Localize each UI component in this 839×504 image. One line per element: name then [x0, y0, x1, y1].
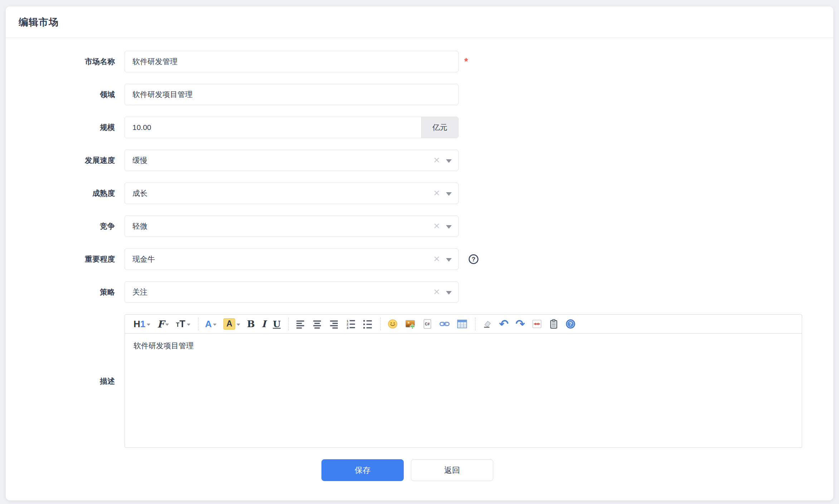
- clear-icon[interactable]: ×: [432, 249, 441, 269]
- chevron-down-icon: [446, 192, 452, 196]
- undo-glyph: ↶: [499, 318, 509, 330]
- chevron-down-icon: [446, 291, 452, 295]
- back-button[interactable]: 返回: [411, 459, 493, 481]
- font-size-small-glyph: T: [176, 322, 179, 328]
- scale-input[interactable]: [125, 117, 421, 138]
- bold-icon[interactable]: B: [246, 317, 256, 331]
- editor-toolbar: H 1 F T T A: [125, 315, 802, 334]
- fullscreen-icon[interactable]: [531, 317, 543, 331]
- heading-h-glyph: H: [134, 319, 140, 330]
- edit-market-form: 市场名称 * 领域 规模 亿元 发展速度 缓慢 ×: [6, 38, 833, 481]
- svg-text:3: 3: [346, 326, 348, 329]
- font-size-icon[interactable]: T T: [175, 317, 191, 331]
- font-family-icon[interactable]: F: [156, 317, 170, 331]
- align-left-icon[interactable]: [295, 317, 306, 331]
- font-color-icon[interactable]: A: [204, 317, 218, 331]
- scale-input-group: 亿元: [125, 117, 459, 138]
- undo-icon[interactable]: ↶: [498, 317, 509, 331]
- row-market-name: 市场名称 *: [6, 51, 833, 72]
- link-icon[interactable]: [438, 317, 451, 331]
- paste-icon[interactable]: [548, 317, 559, 331]
- chevron-down-icon: [237, 324, 240, 326]
- save-button[interactable]: 保存: [321, 459, 404, 481]
- market-name-input[interactable]: [125, 51, 459, 72]
- font-size-large-glyph: T: [179, 319, 185, 330]
- row-competition: 竞争 轻微 ×: [6, 215, 833, 237]
- chevron-down-icon: [165, 324, 169, 326]
- chevron-down-icon: [187, 324, 190, 326]
- bold-glyph: B: [247, 319, 255, 329]
- underline-glyph: U: [273, 319, 281, 329]
- competition-label: 竞争: [6, 215, 115, 237]
- emoji-icon[interactable]: [387, 317, 399, 331]
- bg-color-glyph: A: [223, 318, 235, 330]
- importance-select[interactable]: 现金牛 ×: [125, 248, 459, 270]
- rich-text-editor: H 1 F T T A: [125, 314, 802, 448]
- italic-glyph: I: [262, 319, 266, 329]
- svg-text:1: 1: [346, 319, 348, 323]
- scale-unit: 亿元: [421, 117, 458, 138]
- maturity-select[interactable]: 成长 ×: [125, 183, 459, 204]
- competition-value: 轻微: [132, 216, 147, 237]
- svg-text:2: 2: [346, 323, 348, 326]
- align-center-icon[interactable]: [311, 317, 323, 331]
- form-actions: 保存 返回: [6, 459, 833, 481]
- font-family-glyph: F: [157, 319, 164, 330]
- editor-help-icon[interactable]: ?: [565, 317, 576, 331]
- unordered-list-icon[interactable]: [362, 317, 373, 331]
- chevron-down-icon: [446, 159, 452, 163]
- strategy-select[interactable]: 关注 ×: [125, 281, 459, 303]
- domain-label: 领域: [6, 84, 115, 105]
- growth-speed-select[interactable]: 缓慢 ×: [125, 150, 459, 171]
- chevron-down-icon: [213, 324, 217, 326]
- row-maturity: 成熟度 成长 ×: [6, 183, 833, 204]
- italic-icon[interactable]: I: [261, 317, 267, 331]
- chevron-down-icon: [446, 225, 452, 229]
- svg-text:C#: C#: [425, 322, 430, 326]
- code-icon[interactable]: C#: [422, 317, 433, 331]
- strategy-value: 关注: [132, 282, 147, 302]
- chevron-down-icon: [147, 324, 150, 326]
- growth-speed-label: 发展速度: [6, 150, 115, 171]
- domain-input[interactable]: [125, 84, 459, 105]
- importance-label: 重要程度: [6, 248, 115, 270]
- clear-icon[interactable]: ×: [432, 282, 441, 302]
- editor-content[interactable]: 软件研发项目管理: [125, 334, 802, 447]
- insert-image-icon[interactable]: [404, 317, 416, 331]
- strategy-label: 策略: [6, 281, 115, 303]
- heading-1-glyph: 1: [140, 319, 145, 330]
- align-right-icon[interactable]: [328, 317, 340, 331]
- required-asterisk: *: [464, 51, 468, 72]
- toolbar-divider: [198, 318, 199, 330]
- row-growth-speed: 发展速度 缓慢 ×: [6, 150, 833, 171]
- redo-icon[interactable]: ↷: [515, 317, 526, 331]
- svg-text:?: ?: [569, 321, 572, 327]
- clear-icon[interactable]: ×: [432, 150, 441, 170]
- background-color-icon[interactable]: A: [223, 317, 241, 331]
- row-domain: 领域: [6, 84, 833, 105]
- remove-format-icon[interactable]: [481, 317, 493, 331]
- maturity-label: 成熟度: [6, 183, 115, 204]
- growth-speed-value: 缓慢: [132, 150, 147, 171]
- row-description: 描述 H 1 F T T: [6, 314, 833, 448]
- redo-glyph: ↷: [515, 318, 525, 330]
- market-name-label: 市场名称: [6, 51, 115, 72]
- competition-select[interactable]: 轻微 ×: [125, 215, 459, 237]
- toolbar-divider: [288, 318, 289, 330]
- underline-icon[interactable]: U: [272, 317, 281, 331]
- description-label: 描述: [6, 376, 115, 386]
- help-icon[interactable]: ?: [468, 254, 479, 265]
- chevron-down-icon: [446, 258, 452, 262]
- clear-icon[interactable]: ×: [432, 216, 441, 236]
- help-question-glyph: ?: [472, 256, 475, 263]
- page-title: 编辑市场: [19, 16, 59, 29]
- toolbar-divider: [475, 318, 476, 330]
- ordered-list-icon[interactable]: 1 2 3: [345, 317, 357, 331]
- font-color-glyph: A: [205, 319, 212, 330]
- table-icon[interactable]: [456, 317, 468, 331]
- clear-icon[interactable]: ×: [432, 183, 441, 203]
- scale-label: 规模: [6, 117, 115, 138]
- row-strategy: 策略 关注 ×: [6, 281, 833, 303]
- row-importance: 重要程度 现金牛 × ?: [6, 248, 833, 270]
- heading-icon[interactable]: H 1: [133, 317, 151, 331]
